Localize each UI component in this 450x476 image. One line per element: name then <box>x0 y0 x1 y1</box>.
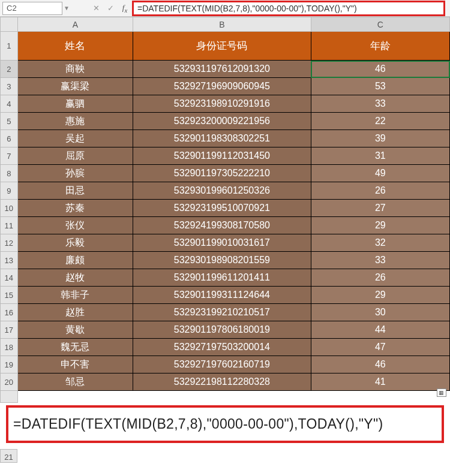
col-header-A[interactable]: A <box>17 17 133 32</box>
row-header-8[interactable]: 8 <box>1 165 18 182</box>
cell-B13[interactable]: 532930198908201559 <box>133 252 311 269</box>
cell-B4[interactable]: 532923198910291916 <box>133 95 311 113</box>
cell-C2[interactable]: 46 <box>311 61 449 78</box>
cell-C13[interactable]: 33 <box>311 252 449 269</box>
row-header-3[interactable]: 3 <box>1 78 18 95</box>
row-header-21[interactable]: 21 <box>1 450 17 463</box>
row-header-9[interactable]: 9 <box>1 182 18 200</box>
formula-bar: C2 ▼ ✕ ✓ fx =DATEDIF(TEXT(MID(B2,7,8),"0… <box>0 0 450 17</box>
row-header-12[interactable]: 12 <box>1 234 18 252</box>
cell-A4[interactable]: 赢驷 <box>17 95 133 113</box>
cell-A17[interactable]: 黄歇 <box>17 321 133 339</box>
cell-C6[interactable]: 39 <box>311 130 449 147</box>
cell-A20[interactable]: 邹忌 <box>17 373 133 391</box>
cell-B14[interactable]: 532901199611201411 <box>133 269 311 287</box>
cell-C9[interactable]: 26 <box>311 182 449 200</box>
row-header-11[interactable]: 11 <box>1 217 18 234</box>
cell-C8[interactable]: 49 <box>311 165 449 182</box>
formula-input[interactable]: =DATEDIF(TEXT(MID(B2,7,8),"0000-00-00"),… <box>132 1 445 16</box>
cell-B11[interactable]: 532924199308170580 <box>133 217 311 234</box>
header-cell-C[interactable]: 年龄 <box>311 32 449 61</box>
row-header-6[interactable]: 6 <box>1 130 18 147</box>
row-header-2[interactable]: 2 <box>1 61 18 78</box>
cell-B18[interactable]: 532927197503200014 <box>133 339 311 356</box>
cell-A8[interactable]: 孙膑 <box>17 165 133 182</box>
row-header-5[interactable]: 5 <box>1 113 18 130</box>
cell-B19[interactable]: 532927197602160719 <box>133 356 311 373</box>
cell-B2[interactable]: 532931197612091320 <box>133 61 311 78</box>
cell-A10[interactable]: 苏秦 <box>17 200 133 217</box>
cell-A15[interactable]: 韩非子 <box>17 287 133 304</box>
cell-A6[interactable]: 吴起 <box>17 130 133 147</box>
fx-icon[interactable]: fx <box>118 3 132 14</box>
col-header-C[interactable]: C <box>311 17 449 32</box>
cell-A13[interactable]: 廉颇 <box>17 252 133 269</box>
cell-C10[interactable]: 27 <box>311 200 449 217</box>
big-formula-text: =DATEDIF(TEXT(MID(B2,7,8),"0000-00-00"),… <box>13 416 383 432</box>
cell-A14[interactable]: 赵牧 <box>17 269 133 287</box>
cell-B12[interactable]: 532901199010031617 <box>133 234 311 252</box>
accept-icon[interactable]: ✓ <box>103 4 118 13</box>
cell-A18[interactable]: 魏无忌 <box>17 339 133 356</box>
row-header-14[interactable]: 14 <box>1 269 18 287</box>
row-header-18[interactable]: 18 <box>1 339 18 356</box>
cell-A2[interactable]: 商鞅 <box>17 61 133 78</box>
cell-B7[interactable]: 532901199112031450 <box>133 147 311 165</box>
header-cell-A[interactable]: 姓名 <box>17 32 133 61</box>
cell-B8[interactable]: 532901197305222210 <box>133 165 311 182</box>
row-header-19[interactable]: 19 <box>1 356 18 373</box>
cell-C7[interactable]: 31 <box>311 147 449 165</box>
col-header-B[interactable]: B <box>133 17 311 32</box>
cell-B6[interactable]: 532901198308302251 <box>133 130 311 147</box>
cell-B16[interactable]: 532923199210210517 <box>133 304 311 321</box>
select-all-corner[interactable] <box>1 17 18 32</box>
row-header-17[interactable]: 17 <box>1 321 18 339</box>
cell-A7[interactable]: 屈原 <box>17 147 133 165</box>
cell-C11[interactable]: 29 <box>311 217 449 234</box>
row-header-4[interactable]: 4 <box>1 95 18 113</box>
cell-A19[interactable]: 申不害 <box>17 356 133 373</box>
cell-A16[interactable]: 赵胜 <box>17 304 133 321</box>
cell-C14[interactable]: 26 <box>311 269 449 287</box>
cell-B9[interactable]: 532930199601250326 <box>133 182 311 200</box>
cell-C19[interactable]: 46 <box>311 356 449 373</box>
cell-C15[interactable]: 29 <box>311 287 449 304</box>
cell-A12[interactable]: 乐毅 <box>17 234 133 252</box>
cell-B15[interactable]: 532901199311124644 <box>133 287 311 304</box>
cell-C20[interactable]: 41 <box>311 373 449 391</box>
row-header-1[interactable]: 1 <box>1 32 18 61</box>
cell-B5[interactable]: 532923200009221956 <box>133 113 311 130</box>
big-formula-callout: =DATEDIF(TEXT(MID(B2,7,8),"0000-00-00"),… <box>6 405 444 443</box>
cell-C5[interactable]: 22 <box>311 113 449 130</box>
row-header-15[interactable]: 15 <box>1 287 18 304</box>
header-cell-B[interactable]: 身份证号码 <box>133 32 311 61</box>
column-header-row: A B C <box>1 17 450 32</box>
spreadsheet-grid[interactable]: A B C 1姓名身份证号码年龄2商鞅532931197612091320463… <box>0 17 450 403</box>
cell-C4[interactable]: 33 <box>311 95 449 113</box>
cell-B20[interactable]: 532922198112280328 <box>133 373 311 391</box>
cell-C12[interactable]: 32 <box>311 234 449 252</box>
autofill-options-icon[interactable]: ▦ <box>437 388 446 397</box>
cell-C18[interactable]: 47 <box>311 339 449 356</box>
cancel-icon[interactable]: ✕ <box>89 4 103 13</box>
cell-B10[interactable]: 532923199510070921 <box>133 200 311 217</box>
cell-A9[interactable]: 田忌 <box>17 182 133 200</box>
name-box[interactable]: C2 <box>2 2 62 15</box>
row-header-16[interactable]: 16 <box>1 304 18 321</box>
cell-B17[interactable]: 532901197806180019 <box>133 321 311 339</box>
row-header-7[interactable]: 7 <box>1 147 18 165</box>
name-box-dropdown-icon[interactable]: ▼ <box>62 5 71 11</box>
row-header-20[interactable]: 20 <box>1 373 18 391</box>
cell-A3[interactable]: 赢渠梁 <box>17 78 133 95</box>
row-header-13[interactable]: 13 <box>1 252 18 269</box>
cell-C17[interactable]: 44 <box>311 321 449 339</box>
row-header-10[interactable]: 10 <box>1 200 18 217</box>
name-box-value: C2 <box>7 4 17 13</box>
cell-A11[interactable]: 张仪 <box>17 217 133 234</box>
cell-C16[interactable]: 30 <box>311 304 449 321</box>
autofill-hint-row: ▦ <box>1 391 450 403</box>
cell-C3[interactable]: 53 <box>311 78 449 95</box>
cell-B3[interactable]: 532927196909060945 <box>133 78 311 95</box>
formula-text: =DATEDIF(TEXT(MID(B2,7,8),"0000-00-00"),… <box>137 4 357 13</box>
cell-A5[interactable]: 惠施 <box>17 113 133 130</box>
